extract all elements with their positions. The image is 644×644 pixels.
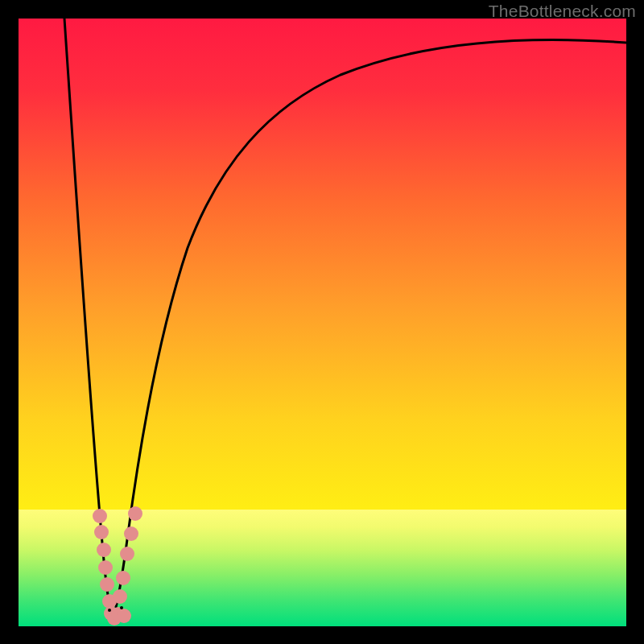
marker-dot <box>120 547 134 561</box>
marker-dot <box>113 589 127 604</box>
chart-container: TheBottleneck.com <box>0 0 644 644</box>
marker-dot <box>94 525 109 539</box>
marker-dot <box>100 577 114 592</box>
marker-dot <box>117 609 131 623</box>
marker-dot <box>128 506 142 521</box>
plot-area <box>19 19 626 626</box>
watermark-label: TheBottleneck.com <box>489 2 636 21</box>
marker-dot <box>97 543 111 557</box>
marker-dot <box>93 509 107 523</box>
marker-dot <box>116 571 130 585</box>
marker-hole <box>108 609 111 612</box>
plot-svg <box>19 19 626 626</box>
marker-dot <box>124 526 138 541</box>
marker-dot <box>98 560 113 575</box>
marker-hole <box>120 606 123 609</box>
